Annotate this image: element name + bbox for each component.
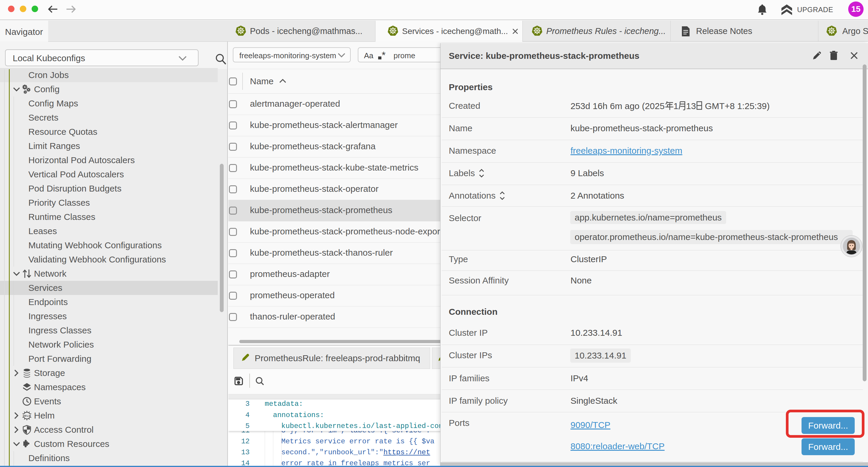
svg-text:HELM: HELM	[23, 414, 31, 417]
svg-text:*: *	[382, 51, 385, 60]
